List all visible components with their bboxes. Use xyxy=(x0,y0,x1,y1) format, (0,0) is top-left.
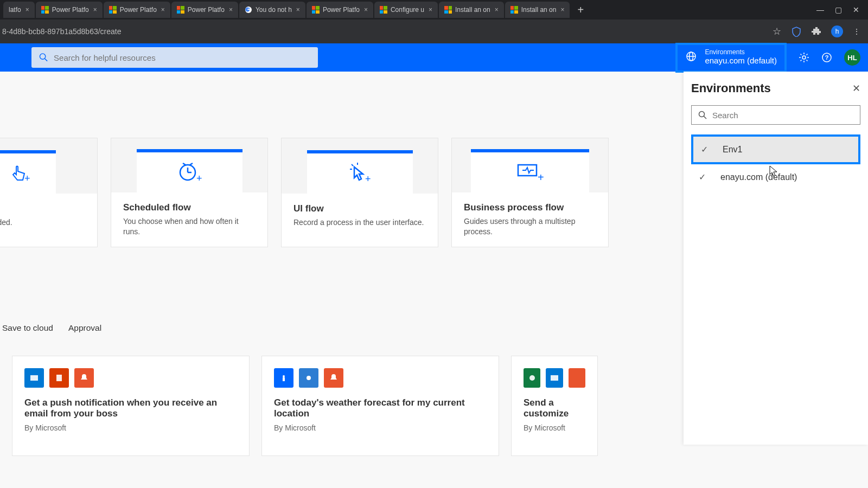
env-item-default[interactable]: ✓ enayu.com (default) xyxy=(691,164,860,190)
gear-icon xyxy=(799,52,809,63)
flow-card-instant[interactable]: + ynually as needed. xyxy=(0,138,98,247)
svg-point-24 xyxy=(283,375,285,377)
maximize-icon[interactable]: ▢ xyxy=(835,5,842,14)
bell-icon xyxy=(74,368,94,388)
browser-tab[interactable]: Power Platfo× xyxy=(171,2,238,18)
profile-avatar-icon[interactable]: h xyxy=(831,25,843,37)
ms-favicon-icon xyxy=(380,6,387,14)
search-input[interactable] xyxy=(54,53,310,62)
globe-icon xyxy=(685,50,697,62)
flow-card-scheduled[interactable]: + Scheduled flowYou choose when and how … xyxy=(111,138,268,247)
tab-close-icon[interactable]: × xyxy=(296,6,300,14)
search-icon xyxy=(698,111,707,119)
close-icon[interactable]: ✕ xyxy=(852,82,860,94)
url-text[interactable]: 8-4d8b-bcb8-897b1a5d8b63/create xyxy=(2,27,773,36)
new-tab-button[interactable]: + xyxy=(571,4,590,16)
env-search[interactable] xyxy=(691,105,860,125)
sharepoint-icon xyxy=(524,368,540,388)
flow-card-bpf[interactable]: + Business process flowGuides users thro… xyxy=(451,138,609,247)
weather-icon xyxy=(299,368,318,388)
office-icon xyxy=(49,368,69,388)
browser-tab[interactable]: Power Platfo× xyxy=(307,2,373,18)
svg-point-1 xyxy=(40,54,45,59)
browser-tab[interactable]: Power Platfo× xyxy=(104,2,170,18)
template-card[interactable]: Get a push notification when you receive… xyxy=(12,356,250,456)
card-title: y xyxy=(0,203,85,214)
tab-close-icon[interactable]: × xyxy=(25,6,29,14)
ms-favicon-icon xyxy=(444,6,452,14)
cursor-icon: + xyxy=(348,162,372,185)
browser-tab[interactable]: Power Platfo× xyxy=(36,2,103,18)
svg-text:+: + xyxy=(365,174,371,184)
vpn-icon[interactable] xyxy=(791,26,802,37)
svg-line-14 xyxy=(190,163,193,165)
google-favicon-icon xyxy=(245,6,252,14)
svg-rect-25 xyxy=(283,377,285,381)
template-card[interactable]: Send a customize By Microsoft xyxy=(511,356,598,456)
svg-rect-28 xyxy=(551,375,558,381)
template-author: By Microsoft xyxy=(524,423,585,432)
tab-close-icon[interactable]: × xyxy=(161,6,165,14)
env-picker-label: Environments xyxy=(705,48,777,56)
svg-line-2 xyxy=(44,59,47,61)
outlook-icon xyxy=(546,368,563,388)
close-window-icon[interactable]: ✕ xyxy=(853,5,859,14)
tab-close-icon[interactable]: × xyxy=(229,6,233,14)
svg-point-27 xyxy=(529,375,535,381)
browser-tab[interactable]: Install an on× xyxy=(505,2,570,18)
app-header: Environments enayu.com (default) ? HL xyxy=(0,43,868,72)
bookmark-star-icon[interactable]: ☆ xyxy=(773,25,781,37)
svg-text:+: + xyxy=(538,171,544,183)
environment-picker-button[interactable]: Environments enayu.com (default) xyxy=(675,43,787,73)
ms-favicon-icon xyxy=(177,6,184,14)
bell-icon xyxy=(324,368,343,388)
template-title: Send a customize xyxy=(524,397,585,419)
tap-icon: + xyxy=(8,163,30,184)
svg-text:+: + xyxy=(24,173,30,184)
global-search[interactable] xyxy=(31,47,318,68)
svg-point-6 xyxy=(802,56,806,59)
help-button[interactable]: ? xyxy=(821,52,832,63)
template-title: Get a push notification when you receive… xyxy=(24,397,237,419)
ms-favicon-icon xyxy=(510,6,518,14)
filter-approval[interactable]: Approval xyxy=(68,323,101,333)
process-icon: + xyxy=(515,160,545,184)
card-title: Business process flow xyxy=(464,202,596,213)
chrome-menu-icon[interactable]: ⋮ xyxy=(853,27,860,36)
env-picker-value: enayu.com (default) xyxy=(705,56,777,65)
env-item-name: Env1 xyxy=(723,145,742,155)
minimize-icon[interactable]: — xyxy=(816,5,824,14)
browser-tab[interactable]: Configure u× xyxy=(374,2,438,18)
svg-text:+: + xyxy=(196,173,202,184)
ms-favicon-icon xyxy=(41,6,49,14)
browser-tab-strip: latfo× Power Platfo× Power Platfo× Power… xyxy=(0,0,868,20)
card-desc: You choose when and how often it runs. xyxy=(123,216,256,237)
extensions-icon[interactable] xyxy=(812,27,821,36)
user-avatar[interactable]: HL xyxy=(844,49,860,66)
svg-line-18 xyxy=(352,164,353,166)
tab-close-icon[interactable]: × xyxy=(560,6,564,14)
card-desc: Record a process in the user interface. xyxy=(293,217,426,228)
clock-icon: + xyxy=(177,160,202,185)
flow-card-ui[interactable]: + UI flowRecord a process in the user in… xyxy=(281,138,438,247)
browser-address-bar[interactable]: 8-4d8b-bcb8-897b1a5d8b63/create ☆ h ⋮ xyxy=(0,20,868,43)
tab-close-icon[interactable]: × xyxy=(364,6,368,14)
browser-tab[interactable]: You do not h× xyxy=(239,2,305,18)
ms-favicon-icon xyxy=(109,6,117,14)
browser-tab[interactable]: latfo× xyxy=(3,2,35,18)
card-desc: Guides users through a multistep process… xyxy=(464,216,596,237)
template-author: By Microsoft xyxy=(24,423,237,432)
tab-close-icon[interactable]: × xyxy=(429,6,432,14)
browser-tab[interactable]: Install an on× xyxy=(439,2,504,18)
window-controls: — ▢ ✕ xyxy=(816,5,865,14)
env-search-input[interactable] xyxy=(712,111,853,120)
svg-point-26 xyxy=(307,376,311,380)
env-item-env1[interactable]: ✓ Env1 xyxy=(691,134,860,164)
card-desc: nually as needed. xyxy=(0,217,85,228)
settings-button[interactable] xyxy=(799,52,809,63)
tab-close-icon[interactable]: × xyxy=(93,6,97,14)
search-icon xyxy=(39,53,48,62)
tab-close-icon[interactable]: × xyxy=(495,6,499,14)
template-card[interactable]: Get today's weather forecast for my curr… xyxy=(261,356,499,456)
filter-save-to-cloud[interactable]: Save to cloud xyxy=(2,323,53,333)
